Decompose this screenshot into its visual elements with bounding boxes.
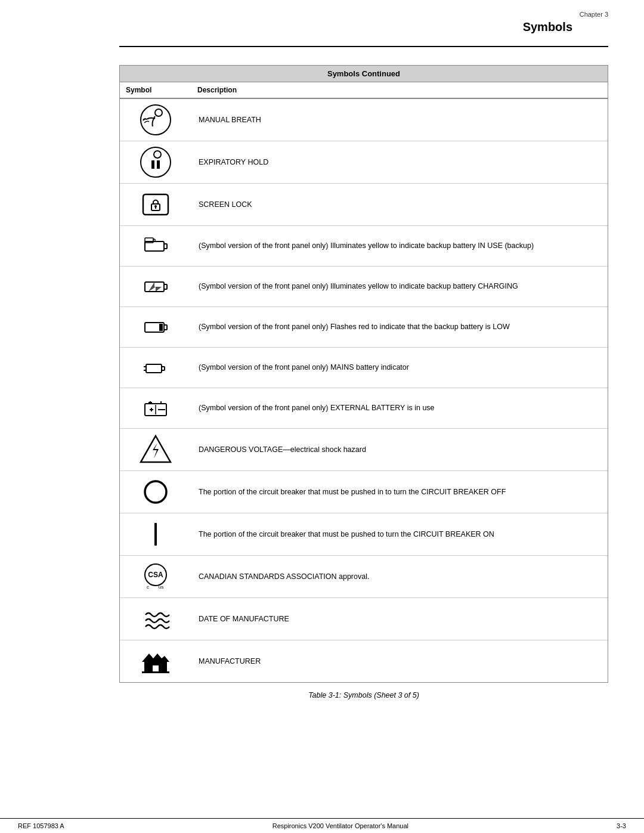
desc-screen-lock: SCREEN LOCK	[191, 194, 608, 215]
symbol-manual-breath	[120, 99, 191, 141]
svg-text:c: c	[147, 584, 149, 590]
symbol-dangerous-voltage	[120, 429, 191, 470]
col-desc-header: Description	[191, 85, 608, 95]
symbol-circuit-breaker-on	[120, 513, 191, 555]
page-footer: REF 1057983 A Respironics V200 Ventilato…	[0, 818, 644, 833]
col-symbol-header: Symbol	[120, 85, 191, 95]
svg-rect-43	[153, 665, 159, 671]
page-title: Symbols	[119, 18, 608, 47]
content-area: Symbols Continued Symbol Description	[119, 65, 608, 699]
table-row: (Symbol version of the front panel only)…	[120, 348, 608, 388]
svg-text:CSA: CSA	[148, 571, 163, 579]
svg-point-0	[141, 105, 171, 135]
table-row: EXPIRATORY HOLD	[120, 141, 608, 184]
symbol-screen-lock	[120, 184, 191, 225]
symbol-circuit-breaker-off	[120, 471, 191, 513]
table-row: DANGEROUS VOLTAGE—electrical shock hazar…	[120, 429, 608, 471]
svg-text:us: us	[159, 584, 163, 590]
svg-rect-15	[164, 284, 167, 289]
table-row: SCREEN LOCK	[120, 184, 608, 226]
table-row: (Symbol version of the front panel only)…	[120, 307, 608, 348]
svg-rect-19	[146, 364, 162, 373]
svg-rect-13	[153, 239, 155, 241]
table-row: The portion of the circuit breaker that …	[120, 513, 608, 556]
desc-csa-approval: CANADIAN STANDARDS ASSOCIATION approval.	[191, 566, 608, 587]
footer-title: Respironics V200 Ventilator Operator's M…	[273, 822, 408, 829]
footer-page: 3-3	[617, 822, 626, 829]
footer-ref: REF 1057983 A	[18, 822, 64, 829]
desc-circuit-breaker-on: The portion of the circuit breaker that …	[191, 524, 608, 545]
svg-point-1	[155, 109, 162, 116]
table-row: (Symbol version of the front panel only)…	[120, 388, 608, 429]
desc-date-manufacture: DATE OF MANUFACTURE	[191, 609, 608, 630]
desc-dangerous-voltage: DANGEROUS VOLTAGE—electrical shock hazar…	[191, 439, 608, 460]
desc-battery-charging: (Symbol version of the front panel only)…	[191, 276, 608, 297]
symbol-battery-backup	[120, 228, 191, 264]
symbol-mains-battery	[120, 350, 191, 386]
symbol-battery-low	[120, 309, 191, 345]
table-row: (Symbol version of the front panel only)…	[120, 226, 608, 267]
table-caption: Table 3-1: Symbols (Sheet 3 of 5)	[119, 691, 608, 699]
symbol-manufacturer	[120, 640, 191, 682]
symbol-battery-charging	[120, 269, 191, 305]
desc-circuit-breaker-off: The portion of the circuit breaker that …	[191, 482, 608, 503]
svg-rect-9	[155, 207, 156, 209]
desc-manual-breath: MANUAL BREATH	[191, 110, 608, 131]
svg-point-3	[154, 151, 161, 158]
column-headers: Symbol Description	[120, 82, 608, 99]
svg-rect-18	[159, 324, 163, 331]
table-row: MANUAL BREATH	[120, 99, 608, 141]
table-row: The portion of the circuit breaker that …	[120, 471, 608, 513]
desc-external-battery: (Symbol version of the front panel only)…	[191, 398, 608, 419]
svg-point-32	[145, 481, 166, 503]
desc-mains-battery: (Symbol version of the front panel only)…	[191, 357, 608, 378]
symbol-csa-approval: CSA c us	[120, 556, 191, 597]
desc-battery-backup: (Symbol version of the front panel only)…	[191, 236, 608, 256]
table-row: DATE OF MANUFACTURE	[120, 598, 608, 640]
table-row: (Symbol version of the front panel only)…	[120, 267, 608, 307]
desc-battery-low: (Symbol version of the front panel only)…	[191, 317, 608, 337]
svg-rect-4	[151, 160, 154, 169]
table-heading: Symbols Continued	[120, 66, 608, 82]
desc-expiratory-hold: EXPIRATORY HOLD	[191, 152, 608, 173]
desc-manufacturer: MANUFACTURER	[191, 651, 608, 672]
symbol-date-manufacture	[120, 598, 191, 640]
svg-rect-20	[162, 367, 165, 370]
svg-rect-11	[164, 244, 167, 249]
chapter-label: Chapter 3	[0, 0, 644, 18]
symbols-table: Symbols Continued Symbol Description	[119, 65, 608, 683]
svg-rect-17	[164, 325, 167, 330]
svg-rect-5	[157, 160, 160, 169]
table-row: CSA c us CANADIAN STANDARDS ASSOCIATION …	[120, 556, 608, 598]
table-row: MANUFACTURER	[120, 640, 608, 682]
svg-rect-38	[142, 671, 169, 673]
symbol-expiratory-hold	[120, 141, 191, 183]
symbol-external-battery	[120, 391, 191, 426]
